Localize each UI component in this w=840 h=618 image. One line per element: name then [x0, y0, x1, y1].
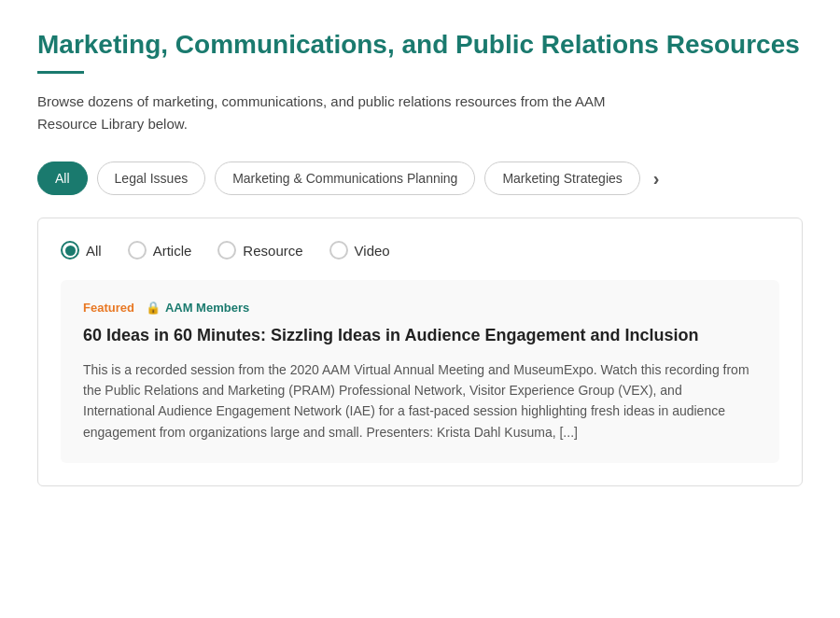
radio-article[interactable]: Article — [128, 241, 192, 260]
filter-tab-all[interactable]: All — [37, 162, 88, 195]
filter-next-chevron[interactable]: › — [653, 168, 660, 190]
results-container: All Article Resource Video Featured 🔒 AA… — [37, 218, 803, 486]
featured-tag: Featured — [83, 301, 134, 315]
filter-tab-legal[interactable]: Legal Issues — [97, 162, 206, 195]
page-title: Marketing, Communications, and Public Re… — [37, 28, 803, 62]
members-tag: 🔒 AAM Members — [146, 301, 249, 315]
resource-card: Featured 🔒 AAM Members 60 Ideas in 60 Mi… — [61, 280, 779, 463]
card-tags: Featured 🔒 AAM Members — [83, 301, 757, 315]
filter-tabs: All Legal Issues Marketing & Communicati… — [37, 162, 803, 195]
radio-article-indicator — [128, 241, 147, 260]
radio-video-label: Video — [355, 243, 390, 259]
members-tag-label: AAM Members — [165, 301, 249, 315]
card-title[interactable]: 60 Ideas in 60 Minutes: Sizzling Ideas i… — [83, 324, 757, 347]
title-underline — [37, 71, 84, 74]
radio-resource-indicator — [217, 241, 236, 260]
radio-all[interactable]: All — [61, 241, 102, 260]
filter-tab-marketing-comm[interactable]: Marketing & Communications Planning — [215, 162, 475, 195]
radio-video-indicator — [329, 241, 348, 260]
radio-all-label: All — [86, 243, 102, 259]
radio-resource-label: Resource — [243, 243, 302, 259]
radio-group: All Article Resource Video — [61, 241, 779, 260]
radio-resource[interactable]: Resource — [217, 241, 302, 260]
lock-icon: 🔒 — [146, 301, 161, 315]
radio-all-inner — [65, 246, 76, 256]
filter-tab-marketing-strat[interactable]: Marketing Strategies — [484, 162, 639, 195]
radio-article-label: Article — [153, 243, 192, 259]
radio-all-indicator — [61, 241, 79, 260]
page-description: Browse dozens of marketing, communicatio… — [37, 91, 616, 135]
card-body: This is a recorded session from the 2020… — [83, 359, 757, 443]
radio-video[interactable]: Video — [329, 241, 390, 260]
